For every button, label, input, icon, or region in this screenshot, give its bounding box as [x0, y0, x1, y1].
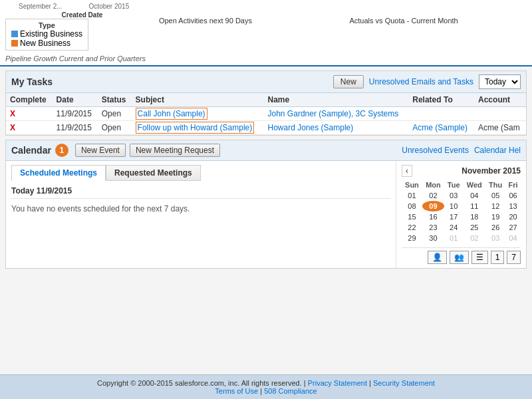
day-thu: Thu [485, 180, 505, 190]
legend-blue: Existing Business [11, 29, 82, 39]
task-complete-2: X [6, 121, 53, 135]
task-date-1: 11/9/2015 [53, 107, 98, 121]
cal-day-other[interactable]: 01 [444, 233, 463, 243]
task-name-link-2[interactable]: Howard Jones (Sample) [268, 123, 354, 132]
orange-box [11, 40, 18, 47]
cal-day[interactable]: 01 [402, 190, 422, 201]
table-row: X 11/9/2015 Open Follow up with Howard (… [6, 121, 526, 135]
cal-day[interactable]: 27 [505, 222, 521, 233]
cal-day[interactable]: 16 [422, 211, 444, 222]
chart-dates: September 2... October 2015 [19, 3, 146, 10]
calendar-right-panel: ‹ November 2015 Sun Mon Tue Wed Thu Fri [396, 161, 526, 268]
task-subject-link-1[interactable]: Call John (Sample) [136, 108, 207, 120]
cal-day[interactable]: 23 [422, 222, 444, 233]
my-tasks-new-button[interactable]: New [333, 75, 364, 88]
mini-calendar-grid: Sun Mon Tue Wed Thu Fri 01 02 03 04 05 [402, 180, 521, 243]
cal-icon-people[interactable]: 👥 [450, 251, 469, 264]
col-complete: Complete [6, 93, 53, 107]
cal-day[interactable]: 25 [463, 222, 485, 233]
cal-day[interactable]: 22 [402, 222, 422, 233]
cal-day[interactable]: 08 [402, 201, 422, 211]
cal-day-other[interactable]: 03 [485, 233, 505, 243]
calendar-left-panel: Scheduled Meetings Requested Meetings To… [6, 161, 396, 268]
terms-link[interactable]: Terms of Use [215, 387, 258, 395]
task-subject-link-2[interactable]: Follow up with Howard (Sample) [136, 122, 255, 134]
day-mon: Mon [422, 180, 444, 190]
cal-day-other[interactable]: 04 [505, 233, 521, 243]
footer-line-2: Terms of Use | 508 Compliance [5, 387, 527, 395]
unresolved-link[interactable]: Unresolved Emails and Tasks [369, 77, 473, 86]
cal-icon-person[interactable]: 👤 [428, 251, 447, 264]
new-meeting-button[interactable]: New Meeting Request [130, 144, 220, 157]
task-status-1: Open [98, 107, 132, 121]
mini-calendar-header: ‹ November 2015 [402, 165, 521, 177]
task-account-2: Acme (Sam [474, 121, 526, 135]
compliance-link[interactable]: 508 Compliance [264, 387, 317, 395]
mini-cal-week-2: 08 09 10 11 12 13 [402, 201, 521, 211]
cal-day[interactable]: 20 [505, 211, 521, 222]
calendar-title: Calendar [11, 145, 51, 156]
cal-day[interactable]: 18 [463, 211, 485, 222]
table-row: X 11/9/2015 Open Call John (Sample) John… [6, 107, 526, 121]
day-wed: Wed [463, 180, 485, 190]
task-date-2: 11/9/2015 [53, 121, 98, 135]
cal-view-1[interactable]: 1 [491, 251, 505, 264]
copyright-text: Copyright © 2000-2015 salesforce.com, in… [97, 379, 302, 387]
cal-day[interactable]: 26 [485, 222, 505, 233]
task-related-1 [408, 107, 474, 121]
security-link[interactable]: Security Statement [373, 379, 435, 387]
calendar-view-icons: 👤 👥 ☰ 1 7 [402, 247, 521, 264]
tasks-filter-dropdown[interactable]: Today [479, 74, 521, 89]
mini-cal-week-1: 01 02 03 04 05 06 [402, 190, 521, 201]
open-activities-label: Open Activities next 90 Days [159, 17, 252, 25]
cal-day[interactable]: 19 [485, 211, 505, 222]
created-date-label: Created Date [19, 11, 146, 19]
legend-orange: New Business [11, 39, 82, 48]
calendar-badge: 1 [55, 144, 68, 157]
cal-day[interactable]: 04 [463, 190, 485, 201]
calendar-help-link[interactable]: Calendar Hel [474, 146, 521, 155]
tab-scheduled-meetings[interactable]: Scheduled Meetings [11, 165, 106, 181]
new-event-button[interactable]: New Event [75, 144, 126, 157]
cal-day[interactable]: 15 [402, 211, 422, 222]
cal-day[interactable]: 12 [485, 201, 505, 211]
tab-requested-meetings[interactable]: Requested Meetings [106, 165, 201, 181]
task-name-link-1[interactable]: John Gardner (Sample), 3C Systems [268, 109, 399, 118]
task-name-1[interactable]: John Gardner (Sample), 3C Systems [264, 107, 409, 121]
task-name-2[interactable]: Howard Jones (Sample) [264, 121, 409, 135]
cal-day[interactable]: 17 [444, 211, 463, 222]
mini-cal-prev-button[interactable]: ‹ [402, 165, 412, 177]
cal-day[interactable]: 03 [444, 190, 463, 201]
footer-line-1: Copyright © 2000-2015 salesforce.com, in… [5, 379, 527, 387]
task-subject-2[interactable]: Follow up with Howard (Sample) [132, 121, 264, 135]
col-status: Status [98, 93, 132, 107]
cal-day-today[interactable]: 09 [422, 201, 444, 211]
privacy-link[interactable]: Privacy Statement [308, 379, 367, 387]
cal-day[interactable]: 05 [485, 190, 505, 201]
col-date: Date [53, 93, 98, 107]
cal-day[interactable]: 13 [505, 201, 521, 211]
day-sun: Sun [402, 180, 422, 190]
task-related-2[interactable]: Acme (Sample) [408, 121, 474, 135]
cal-day-other[interactable]: 02 [463, 233, 485, 243]
cal-day[interactable]: 24 [444, 222, 463, 233]
my-tasks-header-right: New Unresolved Emails and Tasks Today [333, 74, 521, 89]
pipeline-label: Pipeline Growth Current and Prior Quarte… [5, 55, 146, 63]
mini-cal-title: November 2015 [462, 166, 521, 176]
cal-day[interactable]: 29 [402, 233, 422, 243]
footer: Copyright © 2000-2015 salesforce.com, in… [0, 374, 532, 399]
unresolved-events-link[interactable]: Unresolved Events [402, 146, 469, 155]
cal-day[interactable]: 10 [444, 201, 463, 211]
mini-cal-days-header: Sun Mon Tue Wed Thu Fri [402, 180, 521, 190]
cal-day[interactable]: 06 [505, 190, 521, 201]
cal-day[interactable]: 30 [422, 233, 444, 243]
task-related-link-2[interactable]: Acme (Sample) [412, 123, 467, 132]
task-subject-1[interactable]: Call John (Sample) [132, 107, 264, 121]
task-complete-1: X [6, 107, 53, 121]
mini-cal-week-5: 29 30 01 02 03 04 [402, 233, 521, 243]
cal-icon-list[interactable]: ☰ [471, 251, 488, 264]
cal-day[interactable]: 11 [463, 201, 485, 211]
cal-view-7[interactable]: 7 [507, 251, 521, 264]
task-status-2: Open [98, 121, 132, 135]
cal-day[interactable]: 02 [422, 190, 444, 201]
